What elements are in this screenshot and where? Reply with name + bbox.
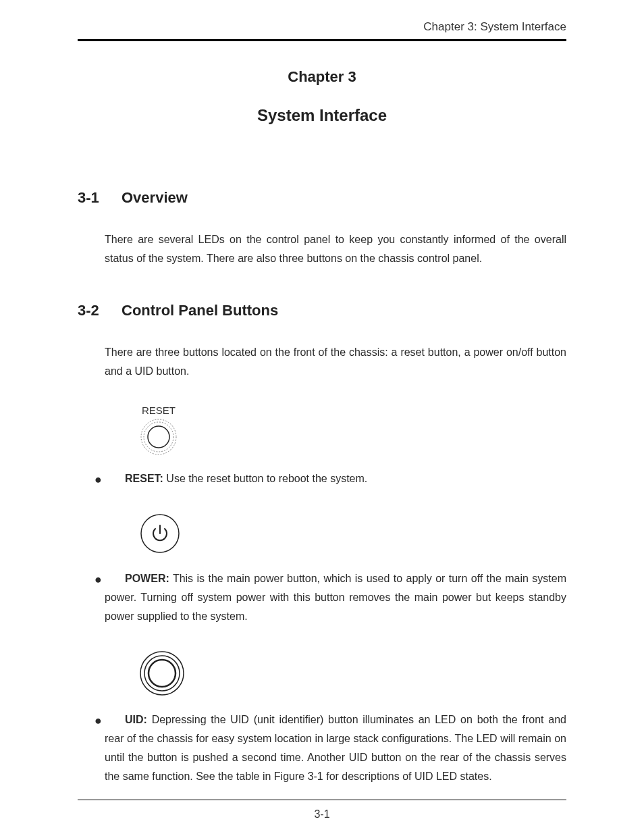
bullet-icon: ● <box>95 469 102 491</box>
button-figure: RESET <box>138 405 566 456</box>
svg-point-2 <box>148 426 169 448</box>
svg-point-4 <box>140 652 184 695</box>
button-description: ● POWER: This is the main power button, … <box>105 569 566 626</box>
section-overview: 3-1 Overview There are several LEDs on t… <box>78 189 566 268</box>
button-block-power: ● POWER: This is the main power button, … <box>105 512 566 626</box>
section-control-panel: 3-2 Control Panel Buttons There are thre… <box>78 302 566 786</box>
section-number: 3-2 <box>78 302 122 319</box>
section-title: Overview <box>122 189 566 207</box>
footer-rule <box>78 800 566 800</box>
page-number: 3-1 <box>78 808 566 820</box>
button-label: RESET: <box>125 473 163 484</box>
section-heading: 3-2 Control Panel Buttons <box>78 302 566 319</box>
section-number: 3-1 <box>78 189 122 207</box>
button-desc-text: This is the main power button, which is … <box>105 573 566 622</box>
button-desc-text: Depressing the UID (unit identifier) but… <box>105 714 566 782</box>
paragraph: There are three buttons located on the f… <box>105 343 566 381</box>
section-title: Control Panel Buttons <box>122 302 566 319</box>
svg-point-6 <box>149 660 176 687</box>
button-label: POWER: <box>125 573 169 584</box>
section-body: There are several LEDs on the control pa… <box>105 230 566 268</box>
power-button-icon <box>138 512 182 556</box>
button-desc-text: Use the reset button to reboot the syste… <box>163 473 367 484</box>
svg-point-0 <box>141 419 176 454</box>
paragraph: There are several LEDs on the control pa… <box>105 230 566 268</box>
button-description: ● RESET: Use the reset button to reboot … <box>105 469 566 488</box>
section-body: There are three buttons located on the f… <box>105 343 566 381</box>
running-head: Chapter 3: System Interface <box>78 20 566 34</box>
uid-button-icon <box>138 650 186 697</box>
bullet-icon: ● <box>95 710 102 732</box>
button-block-reset: RESET ● RESET: Use the reset button to r… <box>105 405 566 488</box>
reset-button-icon <box>138 418 179 456</box>
figure-label: RESET <box>142 405 566 416</box>
section-heading: 3-1 Overview <box>78 189 566 207</box>
svg-point-5 <box>144 656 180 691</box>
button-block-uid: ● UID: Depressing the UID (unit identifi… <box>105 650 566 786</box>
button-label: UID: <box>125 714 147 725</box>
chapter-title: System Interface <box>78 106 566 125</box>
chapter-label: Chapter 3 <box>78 68 566 86</box>
header-rule <box>78 39 566 41</box>
bullet-icon: ● <box>95 569 102 591</box>
button-description: ● UID: Depressing the UID (unit identifi… <box>105 710 566 786</box>
button-figure <box>138 512 566 556</box>
button-figure <box>138 650 566 697</box>
